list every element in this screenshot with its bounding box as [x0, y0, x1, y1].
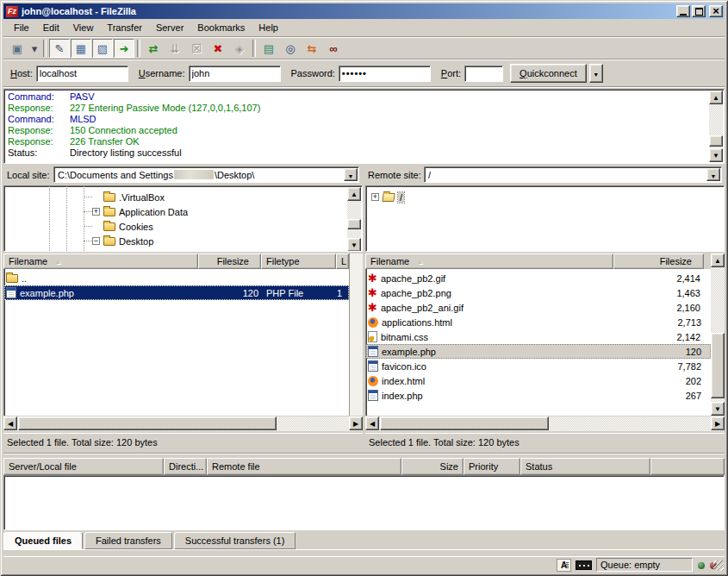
maximize-button[interactable] [692, 5, 706, 17]
password-input[interactable] [339, 66, 431, 82]
remote-list-hscrollbar[interactable] [365, 416, 725, 431]
file-row[interactable]: example.php 120 PHP File 1 [4, 285, 349, 300]
file-row[interactable]: index.html 202 [366, 373, 711, 388]
toggle-queue-button[interactable]: ➜ [114, 39, 134, 58]
close-button[interactable] [709, 5, 723, 17]
speed-limit-indicator-icon[interactable] [576, 560, 592, 570]
scroll-left-icon[interactable] [3, 416, 17, 430]
menu-item[interactable]: Transfer [100, 21, 149, 34]
queue-tab[interactable]: Queued files [3, 532, 83, 549]
tree-item[interactable]: + Application Data [4, 204, 346, 219]
log-line: Status: Directory listing successful [8, 147, 706, 159]
scroll-down-icon[interactable] [711, 402, 725, 416]
resize-grip[interactable] [713, 560, 724, 571]
compare-directories-button[interactable]: ◎ [280, 39, 301, 58]
menu-item[interactable]: File [7, 21, 36, 34]
local-site-combobox[interactable]: C:\Documents and Settings\Desktop\ [53, 166, 359, 183]
menu-item[interactable]: Help [252, 21, 285, 34]
toggle-local-tree-button[interactable]: ▦ [71, 39, 91, 58]
log-scrollbar[interactable] [709, 91, 723, 162]
file-row[interactable]: .. [4, 271, 349, 285]
site-manager-button[interactable]: ▣ [7, 39, 28, 58]
scrollbar-thumb[interactable] [18, 416, 277, 430]
folder-icon [103, 193, 115, 202]
scrollbar-thumb[interactable] [380, 416, 549, 430]
directory-filter-button[interactable]: ▤ [258, 39, 279, 58]
menu-item[interactable]: Edit [36, 21, 66, 34]
tree-item[interactable]: − Desktop [4, 234, 346, 248]
tree-item[interactable]: Cookies [4, 219, 346, 234]
column-header[interactable]: Size [401, 458, 464, 475]
local-tree-scrollbar[interactable] [347, 187, 361, 252]
tree-item[interactable]: .VirtualBox [4, 190, 346, 204]
local-list-scrollbar-track[interactable] [349, 254, 363, 416]
port-input[interactable] [464, 66, 503, 82]
scrollbar-thumb[interactable] [711, 333, 725, 398]
toggle-remote-tree-button[interactable]: ▧ [92, 39, 113, 58]
column-header[interactable]: Filesize [613, 254, 704, 269]
host-input[interactable] [36, 66, 128, 82]
file-row[interactable]: applications.html 2,713 [366, 315, 711, 329]
reconnect-button[interactable]: ◈ [229, 39, 250, 58]
scroll-left-icon[interactable] [365, 416, 379, 430]
column-header[interactable]: L [336, 254, 349, 269]
file-row[interactable]: bitnami.css 2,142 [366, 329, 711, 344]
menu-item[interactable]: Server [149, 21, 190, 34]
remote-list-scrollbar[interactable] [711, 254, 725, 416]
scrollbar-thumb[interactable] [347, 219, 361, 229]
scroll-right-icon[interactable] [349, 416, 363, 430]
column-header[interactable]: Filesize [198, 254, 261, 269]
column-header[interactable]: Priority [464, 458, 520, 475]
synchronized-browsing-button[interactable]: ⇆ [302, 39, 322, 58]
column-header[interactable]: Server/Local file [3, 458, 164, 475]
scroll-down-icon[interactable] [347, 238, 361, 252]
menu-item[interactable]: View [66, 21, 101, 34]
file-row[interactable]: example.php 120 [366, 344, 711, 359]
process-queue-button[interactable]: ⇊ [165, 39, 185, 58]
column-header[interactable]: Filetype [261, 254, 336, 269]
refresh-button[interactable]: ⇄ [143, 39, 164, 58]
queue-tab[interactable]: Failed transfers [84, 532, 172, 549]
site-manager-dropdown-icon[interactable]: ▾ [28, 39, 40, 58]
scrollbar-thumb[interactable] [709, 135, 723, 147]
tab-page-edge [3, 549, 725, 556]
tree-item[interactable]: + / [366, 190, 724, 204]
tree-expander-icon[interactable]: − [92, 237, 100, 245]
file-row[interactable]: apache_pb2.png 1,463 [366, 285, 711, 300]
file-row[interactable]: index.php 267 [366, 388, 711, 403]
column-header[interactable]: Filename ▲ [365, 254, 613, 269]
file-row[interactable]: favicon.ico 7,782 [366, 359, 711, 373]
column-header[interactable]: Remote file [207, 458, 401, 475]
data-type-indicator-icon[interactable]: A [557, 559, 571, 572]
username-input[interactable] [189, 66, 281, 82]
column-header[interactable]: Status [520, 458, 650, 475]
scroll-up-icon[interactable] [711, 254, 725, 267]
menu-item[interactable]: Bookmarks [190, 21, 252, 34]
remote-site-combobox[interactable]: / [424, 166, 722, 183]
file-row[interactable]: apache_pb2_ani.gif 2,160 [366, 300, 711, 315]
minimize-button[interactable] [676, 5, 690, 17]
queue-tab[interactable]: Successful transfers (1) [174, 532, 296, 549]
folder-icon [103, 208, 115, 216]
cancel-operation-button[interactable]: ☒ [186, 39, 207, 58]
quickconnect-button[interactable]: Quickconnect [510, 64, 587, 83]
toggle-message-log-button[interactable]: ✎ [49, 39, 70, 58]
tree-expander-icon[interactable]: + [92, 208, 100, 216]
find-files-button[interactable]: ∞ [323, 39, 344, 58]
remote-site-dropdown-button[interactable] [706, 168, 720, 181]
disconnect-button[interactable]: ✖ [208, 39, 228, 58]
file-row[interactable]: apache_pb2.gif 2,414 [366, 271, 711, 285]
column-header[interactable] [650, 458, 725, 475]
queue-list[interactable] [3, 475, 725, 530]
column-header[interactable]: Directi... [164, 458, 207, 475]
quickconnect-dropdown-button[interactable] [589, 64, 603, 83]
scroll-right-icon[interactable] [711, 416, 725, 430]
tree-expander-icon[interactable]: + [371, 193, 379, 201]
column-header[interactable]: Filename ▲ [3, 254, 198, 269]
local-site-dropdown-button[interactable] [344, 168, 358, 181]
php-file-icon [368, 390, 378, 401]
local-list-hscrollbar[interactable] [3, 416, 363, 431]
scroll-up-icon[interactable] [347, 187, 361, 201]
scroll-up-icon[interactable] [709, 91, 723, 104]
scroll-down-icon[interactable] [709, 148, 723, 162]
